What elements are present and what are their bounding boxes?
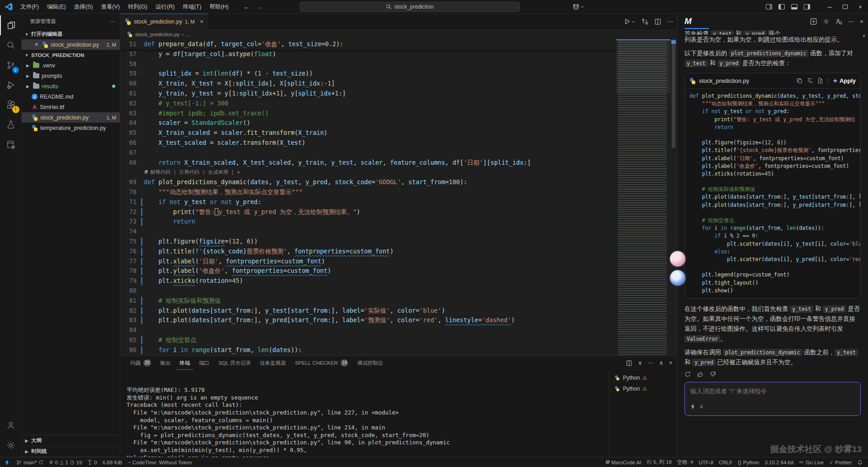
toggle-primary-sidebar-icon[interactable] — [778, 4, 785, 10]
tree-item-prompts[interactable]: ▶ prompts — [22, 71, 120, 81]
cursor-position-status[interactable]: 行 5, 列 18 — [644, 457, 675, 467]
minimap[interactable] — [616, 39, 670, 356]
quick-command-icon[interactable] — [690, 404, 695, 410]
panel-more-actions-icon[interactable]: ⋯ — [648, 360, 653, 366]
tree-item-results[interactable]: ▶ results — [22, 81, 120, 91]
toggle-secondary-sidebar-icon[interactable] — [804, 4, 810, 10]
copy-code-icon[interactable] — [797, 78, 802, 84]
floating-avatar[interactable] — [669, 250, 686, 267]
tab-terminal[interactable]: 终端 — [176, 356, 193, 370]
menu-selection[interactable]: 选择(S) — [70, 2, 97, 12]
back-arrow-icon[interactable]: ← — [244, 3, 250, 10]
tab-debug-console[interactable]: 调试控制台 — [354, 356, 387, 370]
explorer-more-actions-icon[interactable]: ⋯ — [110, 18, 116, 24]
ai-assistant-titlebar-button[interactable] — [572, 1, 584, 12]
project-root-section[interactable]: ▼STOCK_PREDICTION — [22, 50, 120, 60]
extensions-view-icon[interactable]: ! — [0, 95, 22, 115]
context-hash-icon[interactable]: # — [700, 402, 703, 412]
database-view-icon[interactable] — [0, 135, 22, 155]
menu-file[interactable]: 文件(F) — [16, 2, 43, 12]
marscode-status[interactable]: M MarsCode AI — [603, 457, 644, 467]
ai-profile-icon[interactable] — [835, 18, 842, 25]
tab-problems[interactable]: 问题20 — [127, 356, 155, 370]
close-editor-icon[interactable]: ✕ — [34, 42, 40, 48]
maximize-panel-icon[interactable]: ∧ — [659, 360, 663, 366]
language-mode-status[interactable]: {}Python — [735, 457, 762, 467]
tab-sql-history[interactable]: SQL 历史记录 — [215, 356, 255, 370]
testing-view-icon[interactable] — [0, 115, 22, 135]
regenerate-icon[interactable] — [684, 371, 691, 377]
scroll-up-arrow-icon[interactable]: ▲ — [862, 33, 866, 38]
tree-item-venv[interactable]: ▶ .venv — [22, 60, 120, 71]
new-file-icon[interactable] — [817, 78, 823, 84]
new-chat-icon[interactable] — [810, 18, 817, 25]
tab-spell-checker[interactable]: SPELL CHECKER19 — [291, 356, 352, 370]
maximize-button[interactable] — [837, 0, 853, 14]
search-view-icon[interactable] — [0, 35, 22, 55]
outline-section[interactable]: ▶大纲 — [22, 435, 120, 446]
editor-scrollbar[interactable] — [670, 39, 677, 356]
terminal-instance-python[interactable]: Python ⚠ — [609, 383, 677, 394]
menu-terminal[interactable]: 终端(T) — [179, 2, 205, 12]
insert-code-icon[interactable] — [807, 78, 813, 84]
tree-item-stock-prediction[interactable]: stock_prediction.py 1, M — [22, 112, 120, 123]
eol-status[interactable]: CRLF — [716, 457, 735, 467]
tab-ports[interactable]: 端口 — [195, 356, 213, 370]
apply-button[interactable]: Apply — [833, 76, 856, 86]
timeline-section[interactable]: ▶时间线 — [22, 446, 120, 457]
run-debug-view-icon[interactable] — [0, 75, 22, 95]
editor-more-actions-icon[interactable]: ⋯ — [667, 18, 673, 25]
breadcrumb[interactable]: stock_prediction.py › … — [120, 29, 677, 39]
settings-gear-icon[interactable] — [0, 435, 22, 455]
tab-output[interactable]: 输出 — [156, 356, 174, 370]
python-interpreter-status[interactable]: 3.10.2 64-bit — [762, 457, 797, 467]
menu-run[interactable]: 运行(R) — [151, 2, 179, 12]
minimize-button[interactable]: ─ — [822, 0, 837, 14]
split-terminal-icon[interactable] — [626, 360, 632, 366]
floating-avatar[interactable] — [669, 269, 686, 286]
chat-input-box[interactable]: 输入消息或者 "/" 来选择指令 # — [684, 382, 861, 416]
thumbs-up-icon[interactable] — [697, 371, 703, 377]
ai-more-actions-icon[interactable]: ⋯ — [848, 18, 854, 25]
minimap-slider[interactable] — [616, 39, 670, 93]
open-editor-item[interactable]: ✕ stock_prediction.py 1, M — [22, 39, 120, 50]
toggle-panel-icon[interactable] — [791, 4, 797, 10]
ai-close-icon[interactable]: × — [860, 18, 863, 25]
run-python-file-button[interactable] — [624, 18, 635, 25]
tree-item-readme[interactable]: i README.md — [22, 91, 120, 102]
tree-item-temperature-prediction[interactable]: temperature_prediction.py — [22, 123, 120, 133]
customize-layout-icon[interactable] — [766, 4, 772, 10]
menu-help[interactable]: 帮助(H) — [205, 2, 232, 12]
close-panel-icon[interactable]: × — [669, 360, 672, 366]
forward-arrow-icon[interactable]: → — [257, 3, 264, 10]
terminal-instance-python[interactable]: Python ⚠ — [609, 372, 677, 383]
code-editor[interactable]: 51def prepare_data(df, target_col='收盘', … — [120, 39, 677, 356]
network-status[interactable]: 0 — [85, 457, 99, 467]
encoding-status[interactable]: UTF-8 — [696, 457, 716, 467]
split-editor-icon[interactable] — [655, 19, 661, 25]
terminal-output[interactable]: 平均绝对误差(MAE): 5.9178发生错误: min() arg is an… — [120, 370, 609, 457]
open-changes-icon[interactable] — [642, 18, 648, 25]
indentation-status[interactable]: 空格: 4 — [675, 457, 696, 467]
go-live-status[interactable]: Go Live — [796, 457, 826, 467]
tree-item-simhei[interactable]: A SimHei.ttf — [22, 102, 120, 112]
menu-goto[interactable]: 转到(G) — [124, 2, 151, 12]
notifications-bell-icon[interactable] — [854, 457, 865, 467]
file-size-status[interactable]: 6.68 KiB — [100, 457, 125, 467]
thumbs-down-icon[interactable] — [710, 371, 716, 377]
menu-view[interactable]: 查看(V) — [97, 2, 124, 12]
accounts-icon[interactable] — [0, 415, 22, 435]
explorer-view-icon[interactable] — [0, 15, 22, 35]
menu-edit[interactable]: 编辑(E) — [43, 2, 70, 12]
open-editors-section[interactable]: ▼打开的编辑器 — [22, 29, 120, 39]
close-window-button[interactable]: × — [853, 0, 868, 14]
codetime-status[interactable]: ◔CodeTime: Without Token — [125, 457, 194, 467]
ai-chat-content[interactable]: 首先检查 y_test 和 y_pred 两个 列表是否为空，如果为空，则跳过绘… — [677, 29, 868, 443]
tab-stock-prediction[interactable]: stock_prediction.py 1, M × — [120, 14, 208, 29]
tab-close-icon[interactable]: × — [200, 19, 203, 25]
tab-task-monitor[interactable]: 任务监视器 — [256, 356, 290, 370]
terminal-dropdown-icon[interactable]: ∨ — [638, 360, 642, 366]
command-center-search[interactable]: stock_prediction — [300, 2, 520, 12]
prettier-status[interactable]: ✓ Prettier — [826, 457, 854, 467]
source-control-view-icon[interactable]: 2 — [0, 55, 22, 75]
